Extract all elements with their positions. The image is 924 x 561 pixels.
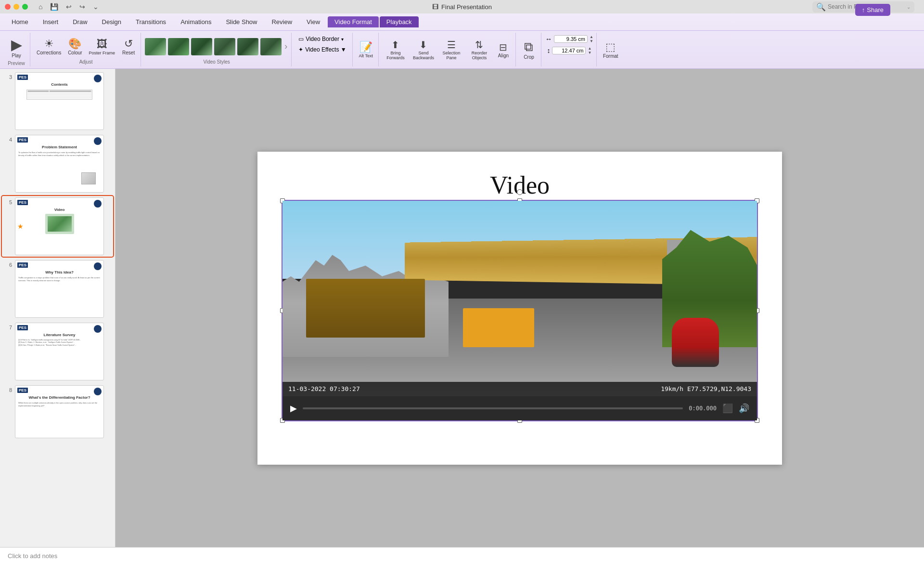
- main-layout: 3 PES Contents: [0, 69, 924, 547]
- video-style-2[interactable]: [168, 38, 189, 55]
- slide-item-8[interactable]: 8 PES What's the Differentiating Factor?…: [2, 384, 113, 440]
- rider: [672, 318, 719, 367]
- corrections-button[interactable]: ☀ Corrections: [34, 36, 64, 57]
- slide-canvas[interactable]: Video: [257, 152, 782, 465]
- video-border-icon: ▭: [298, 36, 304, 42]
- star-icon-5: ★: [17, 222, 24, 230]
- width-stepper[interactable]: ▲ ▼: [590, 35, 593, 43]
- crop-button[interactable]: ⧉ Crop: [520, 38, 538, 61]
- reorder-objects-button[interactable]: ⇅ Reorder Objects: [466, 38, 492, 62]
- send-backward-button[interactable]: ⬇ Send Backwards: [411, 38, 436, 62]
- height-down[interactable]: ▼: [588, 51, 591, 55]
- format-button[interactable]: ⬚ Format: [601, 39, 621, 60]
- video-style-1[interactable]: [145, 38, 166, 55]
- progress-bar[interactable]: [303, 407, 683, 409]
- colour-icon: 🎨: [68, 38, 81, 50]
- play-icon: ▶: [11, 36, 22, 53]
- slide-item-7[interactable]: 7 PES Literature Survey [1] S.Patil et. …: [2, 321, 113, 382]
- slide-badge-8: [94, 388, 102, 395]
- play-button[interactable]: ▶ Play: [6, 35, 27, 60]
- pes-logo-3: PES: [17, 75, 28, 80]
- align-button[interactable]: ⊟ Align: [494, 40, 513, 60]
- width-down[interactable]: ▼: [590, 39, 593, 43]
- height-input[interactable]: [552, 47, 586, 54]
- height-stepper[interactable]: ▲ ▼: [588, 46, 591, 55]
- slide-thumb-5: PES Video ★: [15, 197, 104, 255]
- tab-home[interactable]: Home: [5, 16, 35, 27]
- truck: [306, 279, 425, 338]
- ribbon: Home Insert Draw Design Transitions Anim…: [0, 13, 924, 69]
- video-style-6[interactable]: [260, 38, 282, 55]
- alt-text-button[interactable]: 📝 Alt Text: [357, 39, 375, 60]
- width-input-group: ↔ ▲ ▼: [545, 35, 593, 43]
- video-style-5[interactable]: [237, 38, 258, 55]
- file-icon: 🎞: [432, 3, 438, 11]
- video-style-3[interactable]: [191, 38, 212, 55]
- home-icon[interactable]: ⌂: [38, 3, 42, 11]
- corrections-icon: ☀: [44, 38, 54, 50]
- tab-insert[interactable]: Insert: [36, 16, 65, 27]
- width-input[interactable]: [554, 35, 588, 43]
- video-style-thumbnails: [145, 38, 282, 55]
- tab-videoformat[interactable]: Video Format: [328, 16, 379, 27]
- slide-number-5: 5: [3, 199, 12, 205]
- alt-text-group: 📝 Alt Text: [354, 33, 379, 66]
- play-pause-button[interactable]: ▶: [290, 403, 297, 414]
- time-display: 0:00.000: [689, 405, 717, 412]
- video-border-button[interactable]: ▭ Video Border ▾: [295, 35, 346, 43]
- selection-pane-button[interactable]: ☰ Selection Pane: [438, 38, 464, 62]
- notes-area[interactable]: Click to add notes: [0, 547, 924, 561]
- search-expand-icon: ⌄: [907, 4, 911, 10]
- tab-playback[interactable]: Playback: [380, 16, 419, 27]
- share-button[interactable]: ↑ Share: [855, 4, 890, 16]
- volume-button[interactable]: 🔊: [739, 403, 749, 414]
- video-scene: 11-03-2022 07:30:27 19km/h E77.5729,N12.…: [282, 201, 757, 396]
- quick-access-icon[interactable]: 💾: [50, 3, 58, 11]
- tab-slideshow[interactable]: Slide Show: [219, 16, 264, 27]
- video-element[interactable]: 11-03-2022 07:30:27 19km/h E77.5729,N12.…: [282, 200, 758, 421]
- tab-transitions[interactable]: Transitions: [129, 16, 173, 27]
- close-button[interactable]: [5, 4, 11, 10]
- pes-logo-7: PES: [17, 325, 28, 330]
- height-up[interactable]: ▲: [588, 46, 591, 51]
- bus: [463, 308, 534, 347]
- tab-animations[interactable]: Animations: [174, 16, 218, 27]
- toolbar-icons: ⌂ 💾 ↩ ↪ ⌄: [38, 3, 99, 11]
- reset-button[interactable]: ↺ Reset: [119, 36, 138, 57]
- bring-forward-button[interactable]: ⬆ Bring Forwards: [383, 38, 409, 62]
- ribbon-content: ▶ Play Preview ☀ Corrections 🎨 Colour 🖼: [0, 31, 924, 68]
- tab-view[interactable]: View: [300, 16, 327, 27]
- redo-icon[interactable]: ↪: [79, 3, 85, 11]
- tab-draw[interactable]: Draw: [66, 16, 94, 27]
- tab-design[interactable]: Design: [95, 16, 128, 27]
- video-overlay: 11-03-2022 07:30:27 19km/h E77.5729,N12.…: [282, 382, 757, 396]
- tab-review[interactable]: Review: [265, 16, 299, 27]
- style-more-arrow[interactable]: ›: [283, 41, 288, 52]
- video-frame: 11-03-2022 07:30:27 19km/h E77.5729,N12.…: [282, 201, 757, 420]
- motorcycle: [672, 318, 719, 367]
- video-effects-button[interactable]: ✦ Video Effects ▼: [295, 45, 349, 54]
- slide-item-3[interactable]: 3 PES Contents: [2, 71, 113, 131]
- slide-number-8: 8: [3, 387, 12, 393]
- rotation-handle[interactable]: [517, 189, 523, 195]
- crop-group: ⧉ Crop: [517, 33, 541, 66]
- captions-button[interactable]: ⬛: [722, 403, 733, 414]
- slide-item-5[interactable]: 5 PES Video ★: [2, 196, 113, 257]
- undo-icon[interactable]: ↩: [66, 3, 72, 11]
- width-up[interactable]: ▲: [590, 35, 593, 39]
- slide-item-4[interactable]: 4 PES Problem Statement To optimize the …: [2, 133, 113, 194]
- poster-frame-button[interactable]: 🖼 Poster Frame: [87, 37, 118, 57]
- search-icon: 🔍: [816, 2, 826, 12]
- video-styles-group: › Video Styles: [142, 33, 292, 66]
- send-backward-icon: ⬇: [419, 39, 427, 51]
- slide-item-6[interactable]: 6 PES Why This Idea? Traffic congestion …: [2, 259, 113, 319]
- video-style-4[interactable]: [214, 38, 235, 55]
- slide-number-6: 6: [3, 262, 12, 268]
- maximize-button[interactable]: [22, 4, 28, 10]
- colour-button[interactable]: 🎨 Colour: [65, 36, 84, 57]
- more-icon[interactable]: ⌄: [93, 3, 99, 11]
- width-icon: ↔: [545, 35, 552, 43]
- minimize-button[interactable]: [13, 4, 19, 10]
- slide-4-title: Problem Statement: [18, 145, 101, 149]
- slide-badge-6: [94, 262, 102, 270]
